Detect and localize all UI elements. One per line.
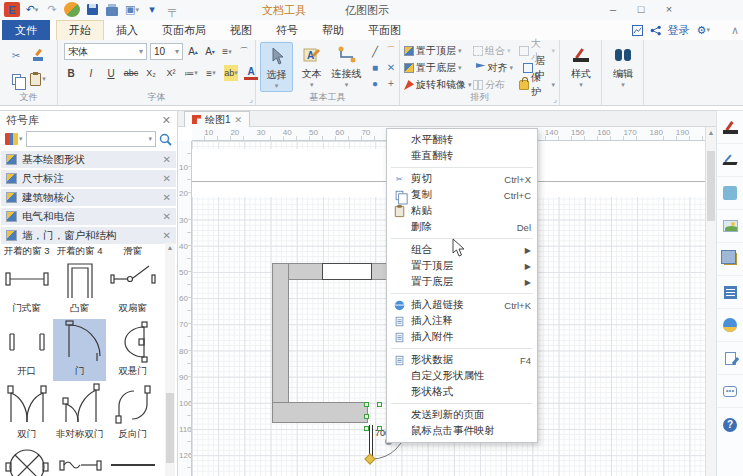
- menu-item-形状数据[interactable]: 形状数据F4: [387, 352, 537, 368]
- symbol-wall-segment[interactable]: [106, 445, 159, 476]
- symbol-bay-window[interactable]: 凸窗: [53, 256, 106, 318]
- send-to-back-button[interactable]: 置于底层▾: [404, 60, 476, 76]
- rectangle-tool-icon[interactable]: ■: [367, 59, 383, 75]
- symbol-reverse-door[interactable]: 反向门: [106, 382, 159, 444]
- print-preview-button[interactable]: ▣▾: [124, 2, 140, 17]
- menu-item-复制[interactable]: 复制Ctrl+C: [387, 187, 537, 203]
- settings-gear-icon[interactable]: ⚙▾: [697, 24, 710, 37]
- arrange-dialog-launcher[interactable]: ⌟: [553, 95, 557, 104]
- symbol-double-door[interactable]: 双门: [0, 382, 53, 444]
- menu-item-垂直翻转[interactable]: 垂直翻转: [387, 148, 537, 164]
- menu-item-自定义形状属性[interactable]: 自定义形状属性: [387, 368, 537, 384]
- connector-tool-button[interactable]: 连接线 ▾: [330, 42, 363, 92]
- style-button[interactable]: 样式 ▾: [561, 42, 601, 92]
- menu-item-置于底层[interactable]: 置于底层▶: [387, 274, 537, 290]
- align-button[interactable]: 对齐▾: [476, 60, 524, 76]
- cut-icon[interactable]: ✂: [12, 50, 20, 61]
- qat-more-button[interactable]: ▾: [144, 2, 160, 17]
- text-tool-button[interactable]: A 文本 ▾: [295, 42, 328, 92]
- help-button[interactable]: ?: [717, 408, 743, 441]
- font-dialog-launcher[interactable]: ⌟: [249, 95, 253, 104]
- canvas-vertical-scrollbar[interactable]: ▲: [705, 127, 716, 476]
- align-text-button[interactable]: ≡▾: [220, 44, 234, 60]
- font-size-select[interactable]: 10▾: [150, 43, 183, 60]
- tab-view[interactable]: 视图: [218, 20, 264, 40]
- menu-item-鼠标点击事件映射[interactable]: 鼠标点击事件映射: [387, 423, 537, 439]
- symbol-double-hung-door[interactable]: 双悬门: [106, 319, 159, 381]
- scroll-up-icon[interactable]: ▲: [706, 127, 716, 138]
- category-walls-doors-windows[interactable]: 墙，门，窗户和结构✕: [1, 227, 176, 244]
- ellipse-tool-icon[interactable]: ●: [367, 75, 383, 91]
- document-tab-drawing1[interactable]: 绘图1 ✕: [184, 111, 250, 127]
- comment-panel-button[interactable]: •••: [717, 375, 743, 408]
- scroll-up-icon[interactable]: ▲: [165, 243, 175, 253]
- subscript-button[interactable]: X₂: [144, 65, 158, 81]
- category-close-icon[interactable]: ✕: [163, 192, 171, 203]
- new-document-icon[interactable]: [64, 2, 80, 17]
- picture-panel-button[interactable]: [717, 210, 743, 243]
- line-tool-icon[interactable]: ╱: [367, 43, 383, 59]
- pen-tool-icon[interactable]: +: [383, 75, 399, 91]
- bring-to-front-button[interactable]: 置于顶层▾: [404, 43, 473, 59]
- menu-item-水平翻转[interactable]: 水平翻转: [387, 132, 537, 148]
- grow-font-button[interactable]: A▴: [186, 44, 200, 60]
- tab-file[interactable]: 文件: [2, 20, 50, 40]
- category-dimensioning[interactable]: 尺寸标注✕: [1, 170, 176, 187]
- hyperlink-panel-button[interactable]: [717, 309, 743, 342]
- wall-bottom[interactable]: [272, 402, 368, 423]
- symbol-search-input[interactable]: ▾: [26, 131, 156, 147]
- tab-floor-plan[interactable]: 平面图: [356, 20, 413, 40]
- wall-left[interactable]: [272, 263, 289, 423]
- symbol-panel-close-icon[interactable]: ✕: [162, 114, 171, 127]
- shrink-font-button[interactable]: A▾: [203, 44, 217, 60]
- scrollbar-thumb[interactable]: [707, 151, 715, 221]
- menu-item-粘贴[interactable]: 粘贴: [387, 203, 537, 219]
- library-picker-button[interactable]: ▾: [5, 133, 23, 145]
- selection-handle[interactable]: [377, 426, 382, 431]
- window-in-wall[interactable]: [322, 263, 372, 280]
- format-panel-button[interactable]: [717, 144, 743, 177]
- font-family-select[interactable]: 宋体▾: [64, 43, 147, 60]
- print-button[interactable]: [106, 7, 118, 16]
- format-painter-icon[interactable]: [32, 49, 44, 61]
- selection-handle[interactable]: [364, 414, 369, 419]
- group-button[interactable]: 组合▾: [473, 43, 519, 59]
- menu-item-置于顶层[interactable]: 置于顶层▶: [387, 258, 537, 274]
- highlight-color-button[interactable]: ab▾: [224, 65, 238, 81]
- login-button[interactable]: 登录: [668, 23, 690, 38]
- undo-button[interactable]: ↶▾: [24, 2, 40, 17]
- category-close-icon[interactable]: ✕: [163, 173, 171, 184]
- redo-button[interactable]: ↷: [44, 2, 60, 17]
- symbol-grid-scrollbar[interactable]: ▲: [165, 243, 175, 476]
- note-panel-button[interactable]: [717, 342, 743, 375]
- category-building-core[interactable]: 建筑物核心✕: [1, 189, 176, 206]
- collapse-ribbon-icon[interactable]: ∧: [731, 24, 739, 37]
- symbol-opening[interactable]: 开口: [0, 319, 53, 381]
- category-close-icon[interactable]: ✕: [163, 211, 171, 222]
- tab-insert[interactable]: 插入: [104, 20, 150, 40]
- minimize-button[interactable]: –: [599, 0, 627, 18]
- scrollbar-thumb[interactable]: [166, 393, 174, 463]
- selection-handle[interactable]: [364, 426, 369, 431]
- category-close-icon[interactable]: ✕: [163, 154, 171, 165]
- copy-icon[interactable]: [12, 74, 21, 85]
- list-panel-button[interactable]: [717, 276, 743, 309]
- symbol-double-casement-window[interactable]: 双扇窗: [106, 256, 159, 318]
- line-spacing-button[interactable]: ≡▾: [204, 65, 218, 81]
- size-button[interactable]: 大小▾: [519, 43, 555, 59]
- export-image-icon[interactable]: [632, 25, 643, 36]
- search-icon[interactable]: [159, 133, 172, 146]
- save-button[interactable]: [87, 4, 98, 15]
- paste-icon[interactable]: [30, 73, 41, 86]
- tab-symbols[interactable]: 符号: [264, 20, 310, 40]
- pages-panel-button[interactable]: [717, 243, 743, 276]
- selection-handle[interactable]: [364, 402, 369, 407]
- category-electrical-telecom[interactable]: 电气和电信✕: [1, 208, 176, 225]
- menu-item-插入附件[interactable]: 插入附件: [387, 329, 537, 345]
- menu-item-剪切[interactable]: ✂剪切Ctrl+X: [387, 171, 537, 187]
- category-basic-shapes[interactable]: 基本绘图形状✕: [1, 151, 176, 168]
- share-icon[interactable]: [650, 25, 661, 36]
- strikethrough-button[interactable]: abc: [124, 65, 138, 81]
- style-panel-button[interactable]: [717, 111, 743, 144]
- selection-handle[interactable]: [377, 402, 382, 407]
